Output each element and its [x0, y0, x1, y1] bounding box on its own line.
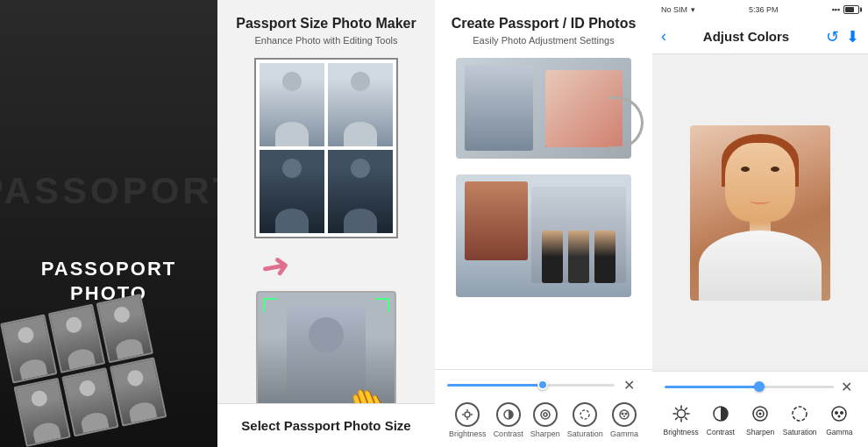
face-shape [725, 143, 795, 222]
svg-point-29 [840, 411, 843, 415]
curved-arrow-icon [608, 96, 644, 149]
p4-contrast-icon [709, 402, 732, 425]
p4-gamma-label: Gamma [826, 428, 852, 436]
ios-nav-bar: ‹ Adjust Colors ↺ ⬇ [652, 19, 868, 54]
scan-head [309, 317, 344, 352]
strip-photo-2 [48, 304, 105, 373]
person-silhouette-3 [260, 150, 324, 233]
p4-close-button[interactable]: ✕ [837, 379, 856, 395]
grid-photo-2 [328, 63, 393, 146]
battery-fill [845, 7, 854, 12]
svg-point-28 [835, 411, 838, 415]
panel2-title: Passport Size Photo Maker [236, 16, 416, 32]
time-display: 5:36 PM [749, 5, 779, 14]
contrast-tool[interactable]: Contrast [494, 402, 523, 438]
panel2-subtitle: Enhance Photo with Editing Tools [254, 35, 397, 46]
status-left: No SIM ▾ [661, 5, 695, 14]
group-photo [456, 174, 631, 297]
contrast-icon [496, 402, 521, 427]
nav-actions: ↺ ⬇ [826, 27, 859, 46]
contrast-label: Contrast [494, 429, 523, 438]
svg-line-21 [675, 418, 677, 420]
toolbar-icons: Brightness Contrast Shar [438, 399, 649, 438]
p4-brightness-label: Brightness [664, 428, 699, 436]
scan-corner-tl [263, 298, 277, 312]
slider-thumb[interactable] [537, 380, 548, 390]
smile [750, 197, 771, 204]
p4-slider-knob[interactable] [754, 381, 765, 392]
passport-grid [254, 58, 398, 238]
svg-point-0 [465, 412, 470, 417]
svg-line-19 [685, 418, 687, 420]
sharpen-tool[interactable]: Sharpen [530, 402, 560, 438]
group-portrait-right [531, 187, 626, 283]
grid-photo-4 [328, 150, 393, 233]
saturation-icon [573, 402, 597, 427]
panel2-footer: Select Passport Photo Size [217, 403, 435, 447]
panel-create-id: Create Passport / ID Photos Easily Photo… [435, 0, 652, 447]
svg-point-25 [759, 413, 762, 415]
p4-toolbar: ✕ Brightness [652, 371, 868, 447]
adjust-slider[interactable] [447, 384, 615, 387]
p4-gamma-icon [828, 402, 850, 425]
brightness-tool[interactable]: Brightness [449, 402, 487, 438]
back-button[interactable]: ‹ [661, 27, 666, 46]
brightness-label: Brightness [449, 429, 487, 438]
sharpen-label: Sharpen [530, 429, 560, 438]
p4-slider-row: ✕ [658, 379, 863, 402]
p4-sharpen-label: Sharpen [746, 428, 774, 436]
sharpen-icon [533, 402, 558, 427]
svg-line-18 [675, 408, 677, 410]
svg-point-30 [838, 415, 841, 418]
scan-corner-tr [375, 298, 389, 312]
svg-point-6 [541, 410, 550, 419]
person-silhouette-1 [260, 63, 324, 146]
signal-icon: ▪▪▪ [831, 5, 840, 14]
id-top-left [465, 65, 533, 151]
svg-point-9 [620, 410, 629, 419]
ios-status-bar: No SIM ▾ 5:36 PM ▪▪▪ [652, 0, 868, 19]
status-right: ▪▪▪ [831, 5, 859, 14]
p4-contrast-tool[interactable]: Contrast [703, 402, 738, 436]
strip-photo-5 [61, 367, 118, 436]
svg-point-26 [793, 407, 807, 421]
nav-title: Adjust Colors [703, 29, 789, 44]
slider-row: ✕ [438, 377, 649, 399]
saturation-tool[interactable]: Saturation [567, 402, 603, 438]
panel3-subtitle: Easily Photo Adjustment Settings [473, 35, 614, 46]
panel-ios-app: No SIM ▾ 5:36 PM ▪▪▪ ‹ Adjust Colors ↺ ⬇ [652, 0, 868, 447]
shoulder-shape [699, 231, 822, 301]
p4-brightness-tool[interactable]: Brightness [664, 402, 699, 436]
p4-saturation-tool[interactable]: Saturation [782, 402, 817, 436]
p4-adjust-slider[interactable] [665, 386, 834, 388]
panel3-title: Create Passport / ID Photos [452, 16, 637, 32]
saturation-label: Saturation [567, 429, 603, 438]
svg-point-12 [623, 415, 625, 417]
gamma-tool[interactable]: Gamma [610, 402, 638, 438]
panel2-footer-text: Select Passport Photo Size [241, 418, 410, 433]
pink-arrow-icon: ➜ [257, 243, 293, 287]
panel-passport-maker: Passport Size Photo Maker Enhance Photo … [217, 0, 435, 447]
close-button[interactable]: ✕ [618, 377, 640, 394]
gamma-label: Gamma [610, 429, 638, 438]
watermark-text: PASSOPORT [0, 170, 217, 212]
panel3-toolbar: ✕ Brightness [435, 369, 652, 447]
p4-gamma-tool[interactable]: Gamma [822, 402, 857, 436]
passport-photo [690, 125, 830, 301]
svg-point-27 [832, 407, 846, 421]
svg-line-20 [685, 408, 687, 410]
svg-point-13 [677, 410, 685, 418]
wifi-icon: ▾ [691, 5, 695, 14]
p4-saturation-icon [788, 402, 811, 425]
svg-point-11 [624, 413, 627, 415]
history-button[interactable]: ↺ [826, 27, 839, 46]
id-photo-top [456, 58, 631, 159]
battery-icon [843, 5, 859, 14]
panel-intro: PASSOPORT PASSOPORT PHOTO [0, 0, 217, 447]
p4-sharpen-tool[interactable]: Sharpen [743, 402, 778, 436]
save-button[interactable]: ⬇ [846, 27, 859, 46]
svg-point-7 [544, 413, 547, 416]
eye-right [771, 167, 779, 172]
person-silhouette-4 [328, 150, 393, 233]
gamma-icon [612, 402, 637, 427]
